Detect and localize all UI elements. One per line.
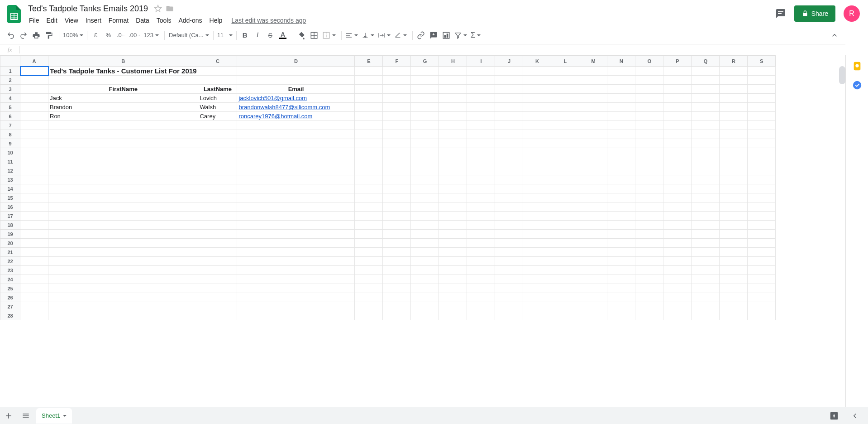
cell-N16[interactable]	[607, 202, 635, 212]
cell-L1[interactable]	[551, 67, 579, 76]
cell-Q6[interactable]	[692, 112, 720, 121]
cell-N26[interactable]	[607, 293, 635, 302]
cell-Q16[interactable]	[692, 202, 720, 212]
cell-L28[interactable]	[551, 311, 579, 320]
cell-N14[interactable]	[607, 184, 635, 193]
cell-B26[interactable]	[48, 293, 198, 302]
cell-A22[interactable]	[20, 257, 48, 266]
cell-H6[interactable]	[439, 112, 467, 121]
cell-L10[interactable]	[551, 148, 579, 157]
cell-K19[interactable]	[523, 230, 551, 239]
cell-K17[interactable]	[523, 212, 551, 221]
cell-G27[interactable]	[411, 302, 439, 311]
cell-I16[interactable]	[467, 202, 495, 212]
functions-select[interactable]: Σ	[469, 29, 482, 42]
paint-format-icon[interactable]	[43, 29, 55, 42]
cell-R19[interactable]	[720, 230, 748, 239]
cell-N22[interactable]	[607, 257, 635, 266]
row-header-16[interactable]: 16	[0, 202, 20, 212]
cell-L17[interactable]	[551, 212, 579, 221]
cell-B24[interactable]	[48, 275, 198, 284]
cell-K1[interactable]	[523, 67, 551, 76]
cell-L2[interactable]	[551, 76, 579, 85]
cell-B25[interactable]	[48, 284, 198, 293]
cell-P25[interactable]	[663, 284, 692, 293]
cell-S22[interactable]	[748, 257, 776, 266]
cell-B28[interactable]	[48, 311, 198, 320]
cell-R10[interactable]	[720, 148, 748, 157]
cell-B16[interactable]	[48, 202, 198, 212]
cell-O28[interactable]	[635, 311, 663, 320]
cell-P6[interactable]	[663, 112, 692, 121]
cell-S12[interactable]	[748, 166, 776, 175]
cell-C26[interactable]	[198, 293, 237, 302]
cell-S4[interactable]	[748, 94, 776, 103]
col-header-I[interactable]: I	[467, 56, 495, 67]
cell-E28[interactable]	[355, 311, 383, 320]
menu-help[interactable]: Help	[206, 15, 226, 26]
cell-D2[interactable]	[237, 76, 355, 85]
cell-J28[interactable]	[495, 311, 523, 320]
cell-F17[interactable]	[383, 212, 411, 221]
cell-K10[interactable]	[523, 148, 551, 157]
cell-S26[interactable]	[748, 293, 776, 302]
cell-C10[interactable]	[198, 148, 237, 157]
cell-D20[interactable]	[237, 239, 355, 248]
cell-L9[interactable]	[551, 139, 579, 148]
cell-B1[interactable]: Ted's Tadpole Tanks - Customer List For …	[48, 67, 198, 76]
cell-A1[interactable]	[20, 67, 48, 76]
row-header-13[interactable]: 13	[0, 175, 20, 184]
cell-I13[interactable]	[467, 175, 495, 184]
cell-I8[interactable]	[467, 130, 495, 139]
cell-S7[interactable]	[748, 121, 776, 130]
comments-button[interactable]	[773, 5, 789, 22]
cell-F6[interactable]	[383, 112, 411, 121]
cell-E20[interactable]	[355, 239, 383, 248]
italic-icon[interactable]: I	[251, 29, 264, 42]
cell-G18[interactable]	[411, 221, 439, 230]
cell-O8[interactable]	[635, 130, 663, 139]
cell-N9[interactable]	[607, 139, 635, 148]
cell-P9[interactable]	[663, 139, 692, 148]
cell-D15[interactable]	[237, 193, 355, 202]
cell-N1[interactable]	[607, 67, 635, 76]
cell-Q7[interactable]	[692, 121, 720, 130]
row-header-22[interactable]: 22	[0, 257, 20, 266]
row-header-24[interactable]: 24	[0, 275, 20, 284]
cell-M25[interactable]	[579, 284, 607, 293]
cell-H1[interactable]	[439, 67, 467, 76]
row-header-6[interactable]: 6	[0, 112, 20, 121]
cell-A6[interactable]	[20, 112, 48, 121]
cell-A13[interactable]	[20, 175, 48, 184]
cell-M12[interactable]	[579, 166, 607, 175]
cell-M17[interactable]	[579, 212, 607, 221]
cell-S10[interactable]	[748, 148, 776, 157]
cell-P22[interactable]	[663, 257, 692, 266]
cell-R8[interactable]	[720, 130, 748, 139]
cell-S28[interactable]	[748, 311, 776, 320]
cell-C7[interactable]	[198, 121, 237, 130]
cell-G24[interactable]	[411, 275, 439, 284]
more-formats-select[interactable]: 123	[142, 29, 161, 42]
cell-Q21[interactable]	[692, 248, 720, 257]
cell-K28[interactable]	[523, 311, 551, 320]
cell-F7[interactable]	[383, 121, 411, 130]
cell-G9[interactable]	[411, 139, 439, 148]
cell-L14[interactable]	[551, 184, 579, 193]
cell-J20[interactable]	[495, 239, 523, 248]
row-header-11[interactable]: 11	[0, 157, 20, 166]
cell-K8[interactable]	[523, 130, 551, 139]
cell-A4[interactable]	[20, 94, 48, 103]
cell-J4[interactable]	[495, 94, 523, 103]
cell-L5[interactable]	[551, 103, 579, 112]
cell-F8[interactable]	[383, 130, 411, 139]
cell-H25[interactable]	[439, 284, 467, 293]
cell-Q24[interactable]	[692, 275, 720, 284]
cell-L22[interactable]	[551, 257, 579, 266]
row-header-25[interactable]: 25	[0, 284, 20, 293]
cell-D11[interactable]	[237, 157, 355, 166]
cell-I25[interactable]	[467, 284, 495, 293]
cell-E11[interactable]	[355, 157, 383, 166]
cell-R26[interactable]	[720, 293, 748, 302]
cell-R18[interactable]	[720, 221, 748, 230]
